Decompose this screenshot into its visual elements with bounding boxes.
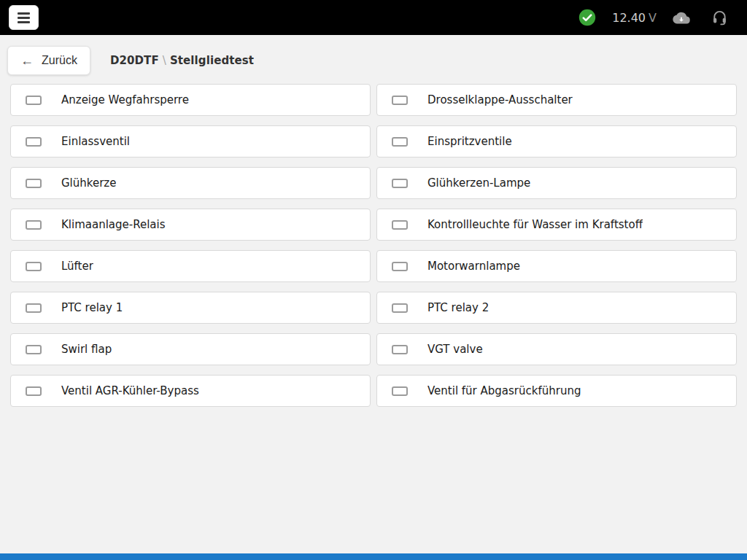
actuator-test-item-label: Lüfter bbox=[61, 260, 93, 273]
hamburger-icon bbox=[18, 12, 30, 23]
output-test-icon bbox=[26, 96, 42, 105]
actuator-test-item[interactable]: Motorwarnlampe bbox=[376, 250, 737, 282]
actuator-test-item[interactable]: Einspritzventile bbox=[376, 125, 737, 158]
actuator-test-item[interactable]: Klimaanlage-Relais bbox=[10, 209, 371, 241]
output-test-icon bbox=[392, 386, 408, 396]
output-test-icon bbox=[392, 179, 408, 188]
bottom-accent-bar bbox=[0, 553, 747, 560]
cloud-sync-icon bbox=[673, 12, 690, 24]
support-button[interactable] bbox=[711, 9, 728, 26]
actuator-test-item[interactable]: Lüfter bbox=[10, 250, 371, 282]
actuator-test-item-label: Drosselklappe-Ausschalter bbox=[427, 93, 573, 106]
actuator-test-item-label: Kontrollleuchte für Wasser im Kraftstoff bbox=[427, 218, 643, 231]
actuator-test-item-label: VGT valve bbox=[427, 343, 483, 356]
output-test-icon bbox=[392, 220, 408, 230]
output-test-icon bbox=[26, 386, 42, 396]
actuator-test-item[interactable]: Einlassventil bbox=[10, 125, 371, 158]
actuator-test-item-label: Ventil AGR-Kühler-Bypass bbox=[61, 384, 199, 397]
battery-voltage: 12.40V bbox=[612, 11, 657, 25]
nav-row: ← Zurück D20DTF\Stellgliedtest bbox=[0, 46, 747, 75]
breadcrumb-separator: \ bbox=[159, 54, 170, 67]
output-test-icon bbox=[26, 303, 42, 313]
headset-icon bbox=[711, 9, 728, 26]
actuator-test-item-label: Motorwarnlampe bbox=[427, 260, 520, 273]
actuator-test-item-label: Glühkerzen-Lampe bbox=[427, 176, 530, 190]
output-test-icon bbox=[392, 345, 408, 354]
output-test-icon bbox=[392, 96, 408, 105]
output-test-icon bbox=[26, 179, 42, 188]
actuator-test-item-label: PTC relay 2 bbox=[427, 301, 489, 314]
actuator-test-item[interactable]: VGT valve bbox=[376, 333, 737, 365]
actuator-test-item[interactable]: Glühkerze bbox=[10, 167, 371, 199]
actuator-test-item[interactable]: PTC relay 2 bbox=[376, 292, 737, 324]
menu-button[interactable] bbox=[9, 5, 39, 30]
breadcrumb-device: D20DTF bbox=[110, 54, 159, 67]
actuator-test-item[interactable]: Kontrollleuchte für Wasser im Kraftstoff bbox=[376, 209, 737, 241]
output-test-icon bbox=[26, 345, 42, 354]
output-test-icon bbox=[26, 137, 42, 147]
actuator-test-item[interactable]: Swirl flap bbox=[10, 333, 371, 365]
actuator-test-item-label: Einlassventil bbox=[61, 135, 130, 148]
back-arrow-icon: ← bbox=[20, 54, 34, 67]
actuator-test-item-label: Anzeige Wegfahrsperre bbox=[61, 93, 189, 106]
actuator-test-item-label: PTC relay 1 bbox=[61, 301, 123, 314]
actuator-test-item-label: Klimaanlage-Relais bbox=[61, 218, 166, 231]
top-bar: 12.40V bbox=[0, 0, 747, 35]
cloud-sync-button[interactable] bbox=[673, 12, 690, 24]
actuator-test-item-label: Ventil für Abgasrückführung bbox=[427, 384, 581, 397]
voltage-unit: V bbox=[649, 11, 657, 25]
actuator-test-item[interactable]: Anzeige Wegfahrsperre bbox=[10, 84, 371, 116]
back-button-label: Zurück bbox=[42, 54, 77, 67]
output-test-icon bbox=[392, 303, 408, 313]
actuator-test-item-label: Einspritzventile bbox=[427, 135, 512, 148]
actuator-test-list: Anzeige Wegfahrsperre Drosselklappe-Auss… bbox=[10, 84, 737, 407]
back-button[interactable]: ← Zurück bbox=[7, 46, 90, 75]
output-test-icon bbox=[392, 137, 408, 147]
output-test-icon bbox=[26, 262, 42, 271]
breadcrumb: D20DTF\Stellgliedtest bbox=[110, 54, 254, 67]
output-test-icon bbox=[392, 262, 408, 271]
check-circle-icon bbox=[578, 9, 596, 26]
actuator-test-item-label: Glühkerze bbox=[61, 176, 116, 190]
breadcrumb-page: Stellgliedtest bbox=[170, 54, 254, 67]
actuator-test-item[interactable]: PTC relay 1 bbox=[10, 292, 371, 324]
actuator-test-item[interactable]: Drosselklappe-Ausschalter bbox=[376, 84, 737, 116]
voltage-value: 12.40 bbox=[612, 11, 646, 25]
actuator-test-item[interactable]: Ventil AGR-Kühler-Bypass bbox=[10, 375, 371, 407]
actuator-test-item-label: Swirl flap bbox=[61, 343, 112, 356]
actuator-test-item[interactable]: Ventil für Abgasrückführung bbox=[376, 375, 737, 407]
actuator-test-item[interactable]: Glühkerzen-Lampe bbox=[376, 167, 737, 199]
output-test-icon bbox=[26, 220, 42, 230]
